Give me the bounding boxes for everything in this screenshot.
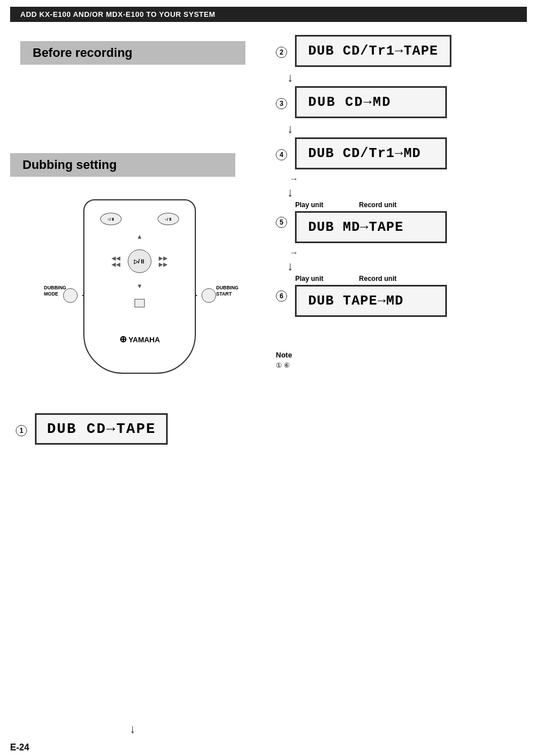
unit-labels-5: Play unit Record unit <box>295 201 447 209</box>
display-5: DUB MD→TAPE <box>295 211 447 243</box>
note-section: Note ① ⑥ <box>276 351 523 369</box>
before-recording-title: Before recording <box>20 41 245 65</box>
step-6-num: 6 <box>276 290 290 302</box>
play-unit-label-5: Play unit <box>295 201 323 209</box>
step-2-block: 2 DUB CD/Tr1→TAPE <box>276 35 523 67</box>
note-label: Note <box>276 351 523 359</box>
dpad-down-icon[interactable]: ▼ <box>137 283 143 289</box>
yamaha-logo: ⊕ YAMAHA <box>119 334 160 345</box>
arrow-4-5: ↓ <box>276 186 523 199</box>
dpad-right-group: ▶▶ ▶▶ <box>159 255 168 267</box>
right-column: 2 DUB CD/Tr1→TAPE ↓ 3 DUB CD→MD ↓ 4 DUB … <box>276 35 523 352</box>
step-2-num: 2 <box>276 47 290 58</box>
note-text: ① ⑥ <box>276 361 523 369</box>
record-unit-label-6: Record unit <box>359 275 397 283</box>
arrow-right-5: → <box>289 248 298 257</box>
next-icon[interactable]: ▶▶ <box>159 261 168 267</box>
step-3-block: 3 DUB CD→MD <box>276 86 523 118</box>
step-1-block: 1 DUB CD→TAPE <box>16 413 269 445</box>
display-6: DUB TAPE→MD <box>295 285 447 317</box>
dubbing-start-button[interactable] <box>202 288 216 303</box>
bottom-arrow: ↓ <box>129 722 136 736</box>
remote-diagram: ○/⏸ ○/⏸ ▲ ◀◀ ◀◀ ▷/⏸ <box>44 199 235 402</box>
remote-body: ○/⏸ ○/⏸ ▲ ◀◀ ◀◀ ▷/⏸ <box>83 199 196 374</box>
page-container: ADD KX-E100 AND/OR MDX-E100 TO YOUR SYST… <box>0 7 537 756</box>
display-2: DUB CD/Tr1→TAPE <box>295 35 451 67</box>
top-left-button[interactable]: ○/⏸ <box>100 213 122 225</box>
left-column: Dubbing setting ○/⏸ ○/⏸ ▲ <box>10 153 269 445</box>
dubbing-setting-title: Dubbing setting <box>10 153 235 177</box>
header-bar: ADD KX-E100 AND/OR MDX-E100 TO YOUR SYST… <box>10 7 527 22</box>
top-right-button-label: ○/⏸ <box>164 217 172 221</box>
arrow-right-4: → <box>289 174 298 184</box>
step-3-num: 3 <box>276 98 290 109</box>
arrow-5-6: ↓ <box>276 260 523 272</box>
display-3: DUB CD→MD <box>295 86 447 118</box>
record-unit-label-5: Record unit <box>359 201 397 209</box>
yamaha-star-icon: ⊕ <box>119 334 127 344</box>
step-5-num: 5 <box>276 217 290 228</box>
display-1: DUB CD→TAPE <box>35 413 168 445</box>
dpad-left-group: ◀◀ ◀◀ <box>111 255 120 267</box>
dubbing-mode-label: DUBBING MODE <box>44 285 62 297</box>
fast-forward-icon[interactable]: ▶▶ <box>159 255 168 261</box>
header-title: ADD KX-E100 AND/OR MDX-E100 TO YOUR SYST… <box>20 10 216 19</box>
step-1-num: 1 <box>16 425 30 436</box>
display-4: DUB CD/Tr1→MD <box>295 137 447 169</box>
play-pause-button[interactable]: ▷/⏸ <box>128 249 151 273</box>
dpad-up-icon[interactable]: ▲ <box>137 233 143 240</box>
rewind-icon[interactable]: ◀◀ <box>111 255 120 261</box>
arrow-3-4: ↓ <box>276 123 523 135</box>
dubbing-mode-connector <box>82 295 84 296</box>
stop-button[interactable] <box>135 299 145 307</box>
page-number: E-24 <box>10 742 29 753</box>
dpad: ▲ ◀◀ ◀◀ ▷/⏸ ▶▶ ▶▶ ▼ <box>111 233 168 289</box>
top-right-button[interactable]: ○/⏸ <box>158 213 179 225</box>
step-4-num: 4 <box>276 149 290 160</box>
step-4-block: 4 DUB CD/Tr1→MD <box>276 137 523 169</box>
top-left-button-label: ○/⏸ <box>107 217 114 221</box>
play-unit-label-6: Play unit <box>295 275 323 283</box>
step-6-block: 6 Play unit Record unit DUB TAPE→MD <box>276 275 523 317</box>
prev-icon[interactable]: ◀◀ <box>111 261 120 267</box>
dubbing-start-label: DUBBING START <box>216 285 235 297</box>
dubbing-start-connector <box>195 295 197 296</box>
step-5-block: 5 Play unit Record unit DUB MD→TAPE <box>276 201 523 243</box>
unit-labels-6: Play unit Record unit <box>295 275 447 283</box>
arrow-2-3: ↓ <box>276 71 523 84</box>
play-pause-icon: ▷/⏸ <box>134 258 146 265</box>
yamaha-text: YAMAHA <box>128 335 160 344</box>
